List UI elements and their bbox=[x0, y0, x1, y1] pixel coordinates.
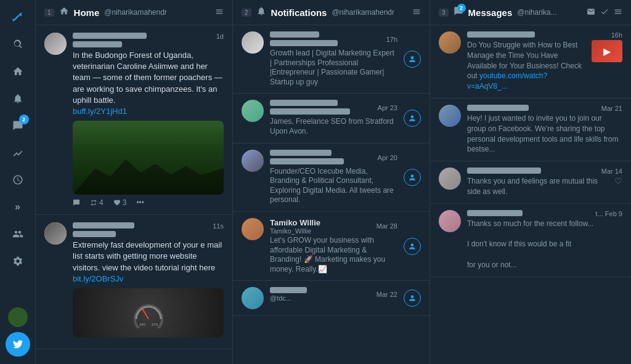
notif-1-desc: Growth lead | Digital Marketing Expert |… bbox=[270, 49, 397, 87]
notifications-column: 2 Notifications @niharikamahendr bbox=[233, 0, 430, 364]
msg-4-time: t... Feb 9 bbox=[596, 210, 622, 217]
tweet-2-link[interactable]: bit.ly/2OBrSJv bbox=[73, 274, 123, 283]
msg-item-4[interactable]: t... Feb 9 Thanks so much for the recent… bbox=[430, 204, 631, 277]
messages-header-actions bbox=[587, 7, 622, 18]
tweet-1-like[interactable]: 3 bbox=[113, 198, 127, 207]
messages-settings-icon[interactable] bbox=[614, 7, 622, 18]
tweet-1-more[interactable]: ••• bbox=[136, 198, 144, 207]
notifications-column-settings-icon[interactable] bbox=[412, 7, 421, 18]
messages-column-title: Messages bbox=[468, 7, 513, 18]
notif-1-follow-icon[interactable] bbox=[404, 51, 421, 68]
notif-1-name-blurred bbox=[270, 31, 319, 38]
msg-3-text: Thanks you and feelings are mutual this … bbox=[467, 176, 609, 197]
msg-3-body: Mar 14 Thanks you and feelings are mutua… bbox=[467, 168, 622, 197]
home-column-settings-icon[interactable] bbox=[215, 7, 224, 18]
notif-4-avatar bbox=[242, 218, 264, 240]
notif-item-2[interactable]: Apr 23 James, Freelance SEO from Stratfo… bbox=[233, 94, 429, 143]
sidebar-item-messages[interactable]: 2 bbox=[6, 113, 30, 138]
twitter-logo-icon bbox=[6, 332, 30, 357]
user-avatar-sidebar[interactable] bbox=[6, 305, 30, 330]
svg-line-3 bbox=[142, 309, 149, 319]
tweet-1-time: 1d bbox=[216, 33, 224, 40]
notif-item-1[interactable]: 17h Growth lead | Digital Marketing Expe… bbox=[233, 25, 429, 94]
messages-header-icon: 2 bbox=[454, 6, 463, 18]
notif-1-body: 17h Growth lead | Digital Marketing Expe… bbox=[270, 31, 397, 87]
messages-compose-icon[interactable] bbox=[587, 7, 595, 18]
notif-3-body: Apr 20 Founder/CEO Icecube Media, Brandi… bbox=[270, 150, 397, 205]
msg-2-name-blurred bbox=[467, 105, 529, 111]
notif-header-icon bbox=[256, 6, 266, 18]
notif-3-handle-blurred bbox=[270, 158, 344, 164]
notif-3-name-blurred bbox=[270, 150, 332, 156]
msg-1-link[interactable]: youtube.com/watch?v=aAqV8_... bbox=[467, 71, 547, 91]
tweet-1-avatar bbox=[44, 33, 67, 55]
notif-2-follow-icon[interactable] bbox=[404, 110, 421, 127]
msg-3-name-blurred bbox=[467, 168, 541, 174]
msg-item-3[interactable]: Mar 14 Thanks you and feelings are mutua… bbox=[430, 161, 631, 204]
home-header-icon bbox=[59, 6, 69, 18]
notif-2-name-blurred bbox=[270, 100, 338, 106]
tweet-1-header: 1d bbox=[73, 33, 224, 49]
msg-1-youtube-thumb: ▶ bbox=[592, 40, 622, 62]
notif-3-desc: Founder/CEO Icecube Media, Branding & Po… bbox=[270, 167, 397, 205]
notif-4-body: Tamiko Willie Tamiko_Willie Mar 28 Let's… bbox=[270, 218, 397, 274]
msg-4-name-blurred bbox=[467, 210, 523, 216]
msg-2-avatar bbox=[439, 105, 461, 127]
columns-container: 1 Home @niharikamahendr bbox=[36, 0, 631, 364]
msg-1-time: 16h bbox=[611, 31, 622, 39]
sidebar-item-search[interactable] bbox=[6, 32, 30, 57]
notif-2-time: Apr 23 bbox=[378, 104, 397, 111]
msg-4-header: t... Feb 9 bbox=[467, 210, 622, 217]
tweet-1-retweet[interactable]: 4 bbox=[90, 198, 104, 207]
notif-1-avatar bbox=[242, 31, 264, 54]
sidebar-item-feather[interactable] bbox=[6, 5, 30, 30]
notif-1-time: 17h bbox=[386, 36, 397, 43]
tweet-1-link[interactable]: buff.ly/2Y1jHd1 bbox=[73, 107, 127, 116]
notif-item-4[interactable]: Tamiko Willie Tamiko_Willie Mar 28 Let's… bbox=[233, 212, 429, 281]
msg-3-heart-icon: ♡ bbox=[614, 176, 622, 186]
tweet-1-handle-blurred bbox=[73, 41, 122, 47]
tweet-2-header: 11s bbox=[73, 222, 224, 238]
notif-5-header: @tdc... Mar 22 bbox=[270, 287, 397, 302]
notif-item-3[interactable]: Apr 20 Founder/CEO Icecube Media, Brandi… bbox=[233, 144, 429, 212]
sidebar-item-clock[interactable] bbox=[6, 168, 30, 192]
tweet-2-image: 240 270 bbox=[73, 288, 224, 338]
sidebar-item-expand[interactable]: » bbox=[6, 195, 30, 219]
notif-5-follow-icon[interactable] bbox=[404, 289, 421, 307]
notif-3-header: Apr 20 bbox=[270, 150, 397, 166]
notif-4-header: Tamiko Willie Tamiko_Willie Mar 28 bbox=[270, 218, 397, 235]
notif-4-time: Mar 28 bbox=[377, 222, 397, 230]
messages-filter-icon[interactable] bbox=[600, 7, 609, 18]
notifications-column-header: 2 Notifications @niharikamahendr bbox=[233, 0, 429, 25]
tweet-1-reply[interactable] bbox=[73, 198, 80, 207]
sidebar-item-people[interactable] bbox=[6, 222, 30, 246]
sidebar-item-activity[interactable] bbox=[6, 140, 30, 165]
msg-4-avatar bbox=[439, 210, 461, 232]
svg-text:270: 270 bbox=[152, 323, 158, 326]
svg-text:240: 240 bbox=[139, 323, 146, 326]
home-column-header: 1 Home @niharikamahendr bbox=[36, 0, 232, 25]
notif-1-action-blurred bbox=[270, 40, 338, 46]
tweet-1-body: 1d In the Budongo Forest of Uganda, vete… bbox=[73, 33, 224, 207]
notif-4-handle: Tamiko_Willie bbox=[270, 227, 320, 235]
sidebar-item-home[interactable] bbox=[6, 59, 30, 84]
tweet-2: 11s Extremely fast development of your e… bbox=[36, 215, 232, 349]
msg-1-name-blurred bbox=[467, 31, 535, 38]
notif-item-5[interactable]: @tdc... Mar 22 bbox=[233, 281, 429, 316]
notif-3-follow-icon[interactable] bbox=[404, 169, 421, 186]
sidebar-item-bell[interactable] bbox=[6, 86, 30, 111]
tweet-2-time: 11s bbox=[213, 222, 224, 230]
col-3-number: 3 bbox=[439, 9, 449, 17]
notif-2-body: Apr 23 James, Freelance SEO from Stratfo… bbox=[270, 100, 397, 136]
notif-4-desc: Let's GROW your business with affordable… bbox=[270, 236, 397, 274]
tweet-1-image bbox=[73, 121, 224, 195]
msg-2-body: Mar 21 Hey! I just wanted to invite you … bbox=[467, 105, 622, 155]
notifications-column-content: 17h Growth lead | Digital Marketing Expe… bbox=[233, 25, 429, 364]
msg-item-2[interactable]: Mar 21 Hey! I just wanted to invite you … bbox=[430, 99, 631, 161]
msg-item-1[interactable]: 16h Do You Struggle with How to Best Man… bbox=[430, 25, 631, 99]
home-column-content: 1d In the Budongo Forest of Uganda, vete… bbox=[36, 25, 232, 364]
messages-header-badge: 2 bbox=[457, 4, 466, 12]
sidebar-item-settings[interactable] bbox=[6, 249, 30, 273]
tweet-2-name-blurred bbox=[73, 222, 134, 229]
notif-4-follow-icon[interactable] bbox=[404, 238, 421, 255]
